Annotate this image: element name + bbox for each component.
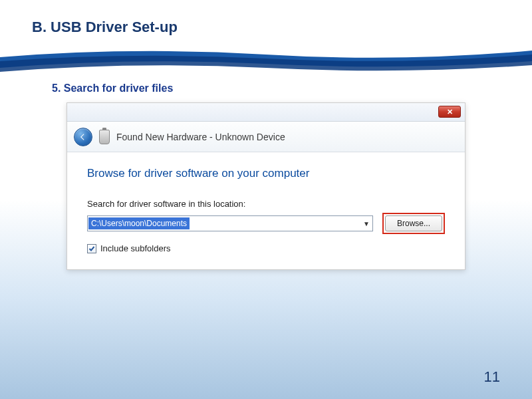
path-row: C:\Users\moon\Documents ▼ Browse...	[87, 213, 445, 234]
device-icon	[99, 130, 110, 144]
window-title: Found New Hardware - Unknown Device	[116, 132, 285, 142]
path-value: C:\Users\moon\Documents	[88, 217, 190, 229]
page-number: 11	[484, 368, 500, 386]
search-location-label: Search for driver software in this locat…	[87, 199, 445, 209]
chevron-down-icon[interactable]: ▼	[363, 220, 370, 227]
browse-button[interactable]: Browse...	[385, 215, 442, 231]
browse-heading: Browse for driver software on your compu…	[87, 167, 445, 180]
content-area: Browse for driver software on your compu…	[67, 152, 465, 269]
path-combobox[interactable]: C:\Users\moon\Documents ▼	[87, 215, 373, 231]
step-title: 5. Search for driver files	[52, 82, 532, 94]
check-icon	[88, 245, 95, 252]
browse-button-highlight: Browse...	[382, 213, 445, 234]
include-subfolders-row: Include subfolders	[87, 243, 445, 253]
dialog-window: ✕ Found New Hardware - Unknown Device Br…	[66, 102, 466, 270]
window-header: Found New Hardware - Unknown Device	[67, 122, 465, 152]
include-subfolders-checkbox[interactable]	[87, 244, 96, 253]
include-subfolders-label: Include subfolders	[100, 243, 171, 253]
close-button[interactable]: ✕	[438, 106, 461, 118]
titlebar: ✕	[67, 103, 465, 122]
back-button[interactable]	[74, 128, 92, 146]
close-icon: ✕	[447, 108, 453, 116]
wave-decoration	[0, 45, 532, 78]
slide-title: B. USB Driver Set-up	[0, 0, 532, 36]
arrow-left-icon	[79, 133, 87, 141]
